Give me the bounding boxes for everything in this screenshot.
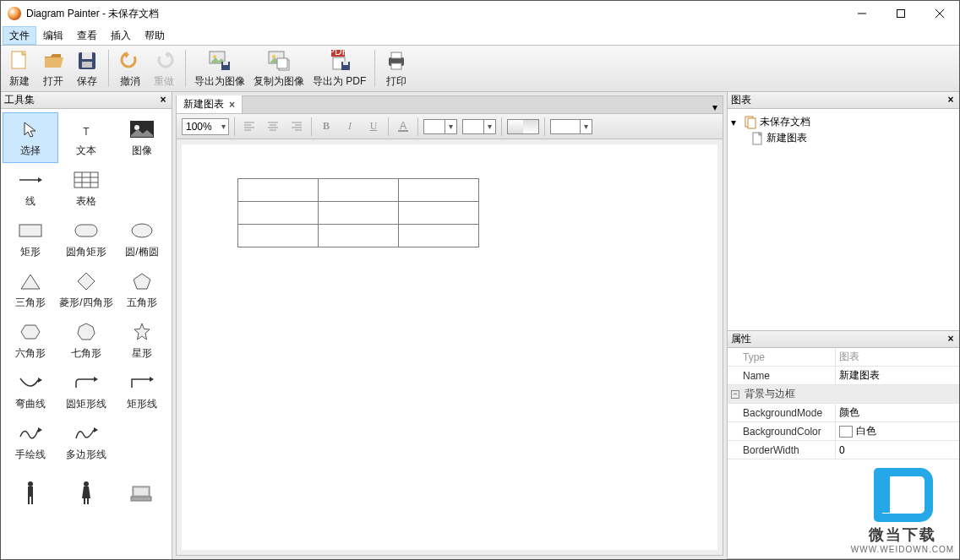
tool-roundrectline[interactable]: 圆矩形线 [58, 366, 114, 416]
minimize-button[interactable] [843, 1, 881, 26]
open-button[interactable]: 打开 [37, 46, 69, 90]
svg-rect-59 [398, 130, 408, 132]
tool-rectline[interactable]: 矩形线 [114, 366, 170, 416]
print-button[interactable]: 打印 [380, 46, 412, 90]
document-set-icon [745, 116, 756, 129]
tool-label: 弯曲线 [15, 397, 46, 411]
export-image-button[interactable]: 导出为图像 [191, 46, 248, 90]
align-center-button[interactable] [264, 117, 282, 136]
tree-child[interactable]: 新建图表 [731, 130, 956, 146]
menu-insert[interactable]: 插入 [104, 26, 138, 45]
prop-group-bg[interactable]: −背景与边框 [728, 385, 959, 404]
svg-rect-39 [31, 497, 33, 504]
tool-person1[interactable] [3, 467, 58, 518]
bold-button[interactable]: B [317, 117, 335, 136]
align-right-button[interactable] [287, 117, 306, 136]
tool-hexagon[interactable]: 六角形 [3, 315, 58, 366]
redo-button[interactable]: 重做 [148, 46, 180, 90]
pentagon-icon [128, 270, 156, 292]
svg-point-40 [84, 481, 89, 487]
tool-table[interactable]: 表格 [58, 163, 114, 214]
svg-rect-11 [223, 62, 228, 65]
tree-pane-title: 图表 [731, 93, 751, 107]
tool-label: 线 [25, 194, 35, 209]
tool-pentagon[interactable]: 五角形 [114, 264, 170, 315]
svg-rect-20 [343, 62, 348, 65]
tool-rect[interactable]: 矩形 [3, 214, 58, 264]
tool-freehand[interactable]: 手绘线 [3, 416, 58, 467]
tool-ellipse[interactable]: 圆/椭圆 [114, 214, 170, 264]
underline-button[interactable]: U [364, 117, 383, 136]
undo-button[interactable]: 撤消 [114, 46, 146, 90]
tool-star[interactable]: 星形 [114, 315, 170, 366]
triangle-icon [16, 270, 45, 292]
svg-rect-45 [134, 488, 148, 495]
document-tab[interactable]: 新建图表 × [177, 95, 243, 113]
tool-text[interactable]: T文本 [58, 112, 114, 163]
zoom-select[interactable]: 100% [182, 118, 229, 135]
polyline-icon [72, 422, 101, 444]
maximize-button[interactable] [881, 1, 920, 26]
prop-row-name[interactable]: Name新建图表 [728, 367, 959, 385]
tool-image[interactable]: 图像 [114, 112, 170, 163]
properties-pane-close-button[interactable]: × [944, 332, 957, 345]
tool-label: 矩形 [20, 245, 41, 259]
tool-select[interactable]: 选择 [3, 112, 58, 163]
font-color-button[interactable]: A [394, 117, 412, 136]
tool-label: 文本 [76, 144, 96, 158]
tool-server[interactable] [114, 467, 170, 518]
toolbox-pane: 工具集 × 选择T文本图像线表格矩形圆角矩形圆/椭圆三角形菱形/四角形五角形六角… [1, 92, 172, 559]
diagram-table[interactable] [237, 178, 479, 247]
format-toolbar: 100% B I U A ▾ ▾ ▾ [176, 114, 723, 139]
toolbox-close-button[interactable]: × [156, 93, 170, 106]
svg-rect-7 [82, 62, 92, 68]
tool-heptagon[interactable]: 七角形 [58, 315, 114, 366]
tool-label: 七角形 [71, 346, 101, 361]
svg-rect-61 [748, 118, 755, 128]
tool-roundrect[interactable]: 圆角矩形 [58, 214, 114, 264]
menu-file[interactable]: 文件 [3, 26, 36, 45]
gradient-swatch[interactable] [507, 119, 539, 134]
svg-rect-15 [277, 58, 287, 68]
tree-child-label: 新建图表 [766, 131, 807, 145]
prop-row-bgmode[interactable]: BackgroundMode颜色 [728, 404, 959, 422]
save-button[interactable]: 保存 [71, 46, 103, 90]
tab-dropdown-icon[interactable]: ▾ [707, 101, 723, 113]
tool-label: 圆/椭圆 [125, 245, 158, 259]
document-tab-close-icon[interactable]: × [229, 99, 235, 111]
fill-color-swatch[interactable]: ▾ [423, 119, 457, 134]
table-icon [72, 169, 101, 191]
tree-collapse-icon[interactable]: ▾ [731, 117, 741, 128]
prop-row-borderwidth[interactable]: BorderWidth0 [728, 441, 959, 459]
canvas[interactable] [182, 144, 717, 550]
tree-root[interactable]: ▾ 未保存文档 [731, 114, 956, 130]
line-color-swatch[interactable]: ▾ [462, 119, 496, 134]
tree-pane-close-button[interactable]: × [944, 93, 957, 106]
italic-button[interactable]: I [341, 117, 359, 136]
menu-view[interactable]: 查看 [70, 26, 104, 45]
line-icon [16, 169, 45, 191]
tool-triangle[interactable]: 三角形 [3, 264, 58, 315]
tool-diamond[interactable]: 菱形/四角形 [58, 264, 114, 315]
close-button[interactable] [920, 1, 959, 26]
align-left-button[interactable] [240, 117, 259, 136]
tool-polyline[interactable]: 多边形线 [58, 416, 114, 467]
copy-image-button[interactable]: 复制为图像 [250, 46, 308, 90]
tool-label: 图像 [132, 144, 152, 158]
extra-color-swatch[interactable]: ▾ [550, 119, 592, 134]
document-area: 新建图表 × ▾ 100% B I U A ▾ ▾ [172, 92, 728, 559]
svg-rect-42 [87, 498, 89, 504]
tool-label: 星形 [132, 346, 152, 361]
new-button[interactable]: 新建 [3, 46, 35, 90]
tool-line[interactable]: 线 [3, 163, 58, 214]
tool-curve[interactable]: 弯曲线 [3, 366, 58, 416]
menu-help[interactable]: 帮助 [138, 26, 172, 45]
prop-row-bgcolor[interactable]: BackgroundColor白色 [728, 422, 959, 441]
export-pdf-button[interactable]: PDF导出为 PDF [309, 46, 369, 90]
image-icon [128, 118, 156, 140]
person2-icon [72, 481, 101, 503]
tool-person2[interactable] [58, 467, 114, 518]
title-bar: Diagram Painter - 未保存文档 [1, 1, 959, 26]
svg-text:A: A [400, 120, 406, 132]
menu-edit[interactable]: 编辑 [36, 26, 70, 45]
